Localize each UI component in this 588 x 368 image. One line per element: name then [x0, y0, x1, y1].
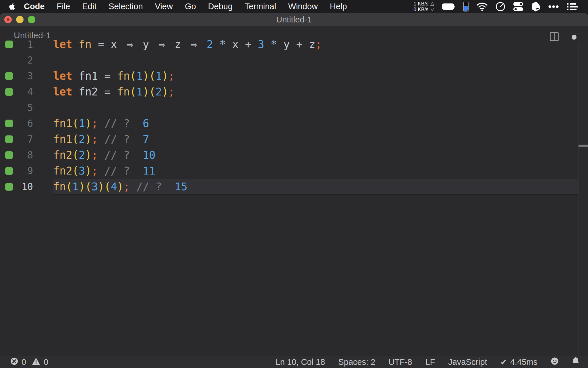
traffic-lights: [4, 16, 35, 23]
statusbar-encoding[interactable]: UTF-8: [388, 357, 412, 367]
check-icon: ✔: [500, 357, 507, 367]
quokka-perf[interactable]: ✔ 4.45ms: [500, 357, 537, 367]
line-number: 5: [13, 102, 33, 113]
network-up-label: 1 KB/s: [413, 1, 428, 7]
statusbar-cursor-position[interactable]: Ln 10, Col 18: [276, 357, 325, 367]
close-button[interactable]: [4, 16, 12, 23]
menu-item-file[interactable]: File: [51, 2, 76, 11]
ellipsis-icon[interactable]: [548, 5, 559, 8]
line-number: 3: [13, 70, 33, 82]
box-icon[interactable]: [531, 1, 540, 12]
code-text[interactable]: fn2(2); // ? 10: [53, 149, 155, 161]
code-line-3[interactable]: 3let fn1 = fn(1)(1);: [0, 68, 588, 84]
code-line-8[interactable]: 8fn2(2); // ? 10: [0, 147, 588, 163]
code-line-10[interactable]: 10fn(1)(3)(4); // ? 15: [0, 179, 588, 195]
line-number: 6: [13, 118, 33, 129]
feedback-smiley-icon[interactable]: [551, 357, 559, 367]
code-text[interactable]: let fn2 = fn(1)(2);: [53, 86, 175, 98]
network-speed-indicator[interactable]: 1 KB/s △ 0 KB/s ▽: [413, 1, 434, 12]
menu-item-debug[interactable]: Debug: [202, 2, 239, 11]
window-title: Untitled-1: [276, 15, 312, 24]
gutter-spacer: [5, 104, 13, 112]
menu-item-code[interactable]: Code: [18, 2, 51, 11]
download-triangle-icon: ▽: [430, 7, 434, 12]
code-text[interactable]: let fn1 = fn(1)(1);: [53, 70, 175, 82]
wifi-icon[interactable]: [476, 2, 488, 11]
error-count: 0: [22, 357, 26, 367]
menu-item-edit[interactable]: Edit: [76, 2, 102, 11]
statusbar-language[interactable]: JavaScript: [448, 357, 487, 367]
code-text[interactable]: fn(1)(3)(4); // ? 15: [53, 181, 187, 193]
quokka-coverage-marker-icon[interactable]: [5, 120, 13, 127]
quokka-coverage-marker-icon[interactable]: [5, 41, 13, 48]
clock-icon[interactable]: [496, 2, 505, 12]
menu-item-go[interactable]: Go: [179, 2, 202, 11]
quokka-coverage-marker-icon[interactable]: [5, 183, 13, 191]
code-line-4[interactable]: 4let fn2 = fn(1)(2);: [0, 84, 588, 100]
statusbar-indentation[interactable]: Spaces: 2: [338, 357, 375, 367]
menu-item-selection[interactable]: Selection: [102, 2, 149, 11]
zoom-button[interactable]: [28, 16, 35, 23]
code-editor[interactable]: 1let fn = x ⇒ y ⇒ z ⇒ 2 * x + 3 * y + z;…: [0, 37, 588, 195]
statusbar-eol[interactable]: LF: [425, 357, 435, 367]
menu-item-help[interactable]: Help: [324, 2, 353, 11]
menu-item-view[interactable]: View: [149, 2, 179, 11]
quokka-perf-time: 4.45ms: [510, 357, 537, 367]
code-line-1[interactable]: 1let fn = x ⇒ y ⇒ z ⇒ 2 * x + 3 * y + z;: [0, 37, 588, 52]
quokka-coverage-marker-icon[interactable]: [5, 72, 13, 80]
list-icon[interactable]: [567, 2, 578, 11]
upload-triangle-icon: △: [430, 1, 434, 7]
statusbar: 0 0 Ln 10, Col 18 Spaces: 2 UTF-8 LF Jav…: [0, 356, 588, 368]
line-number: 1: [13, 39, 33, 50]
quokka-coverage-marker-icon[interactable]: [5, 167, 13, 175]
minimize-button[interactable]: [16, 16, 24, 23]
line-number: 2: [13, 55, 33, 66]
overview-ruler-cursor-marker: [579, 145, 588, 147]
toggles-icon[interactable]: [513, 2, 523, 12]
menu-item-terminal[interactable]: Terminal: [239, 2, 282, 11]
line-number: 7: [13, 134, 33, 145]
overview-ruler[interactable]: [578, 43, 579, 356]
code-line-5[interactable]: 5: [0, 100, 588, 116]
code-text[interactable]: fn2(3); // ? 11: [53, 165, 155, 177]
notifications-bell-icon[interactable]: [572, 357, 579, 367]
device-battery-icon[interactable]: [463, 2, 469, 12]
gutter-spacer: [5, 56, 13, 64]
battery-icon[interactable]: [442, 3, 455, 10]
code-text[interactable]: let fn = x ⇒ y ⇒ z ⇒ 2 * x + 3 * y + z;: [53, 38, 322, 51]
line-number: 8: [13, 150, 33, 161]
problems-indicator[interactable]: 0 0: [10, 357, 48, 367]
network-down-label: 0 KB/s: [413, 7, 428, 12]
quokka-coverage-marker-icon[interactable]: [5, 151, 13, 159]
code-line-7[interactable]: 7fn1(2); // ? 7: [0, 131, 588, 147]
error-icon: [10, 357, 18, 367]
menu-item-window[interactable]: Window: [282, 2, 324, 11]
line-number: 10: [13, 181, 33, 192]
warning-count: 0: [44, 357, 48, 367]
apple-icon[interactable]: [9, 2, 16, 11]
quokka-coverage-marker-icon[interactable]: [5, 135, 13, 143]
quokka-coverage-marker-icon[interactable]: [5, 88, 13, 96]
code-line-2[interactable]: 2: [0, 52, 588, 68]
menubar: CodeFileEditSelectionViewGoDebugTerminal…: [0, 0, 588, 13]
code-text[interactable]: fn1(1); // ? 6: [53, 117, 149, 130]
code-line-9[interactable]: 9fn2(3); // ? 11: [0, 163, 588, 179]
code-line-6[interactable]: 6fn1(1); // ? 6: [0, 116, 588, 131]
warning-icon: [32, 357, 40, 367]
line-number: 4: [13, 86, 33, 97]
line-number: 9: [13, 165, 33, 177]
titlebar[interactable]: Untitled-1: [0, 13, 588, 26]
code-text[interactable]: fn1(2); // ? 7: [53, 133, 149, 145]
